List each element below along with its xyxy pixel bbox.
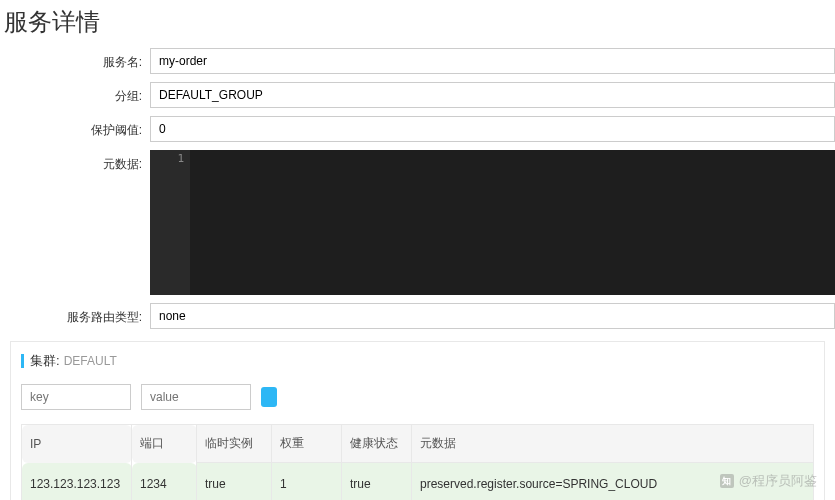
add-kv-button[interactable] — [261, 387, 277, 407]
cluster-title: 集群: — [30, 352, 60, 370]
metadata-editor[interactable]: 1 — [150, 150, 835, 295]
watermark: 知 @程序员阿鉴 — [720, 472, 817, 490]
watermark-text: @程序员阿鉴 — [739, 472, 817, 490]
route-type-label: 服务路由类型: — [0, 303, 150, 326]
metadata-label: 元数据: — [0, 150, 150, 173]
cell-ephemeral: true — [197, 463, 272, 501]
col-port: 端口 — [132, 425, 197, 463]
cluster-value-input[interactable] — [141, 384, 251, 410]
instance-table: IP 端口 临时实例 权重 健康状态 元数据 123.123.123.123 1… — [21, 424, 814, 500]
cell-health: true — [342, 463, 412, 501]
threshold-label: 保护阈值: — [0, 116, 150, 139]
col-ip: IP — [22, 425, 132, 463]
cell-ip: 123.123.123.123 — [22, 463, 132, 501]
table-row: 123.123.123.123 1234 true 1 true preserv… — [22, 463, 814, 501]
group-label: 分组: — [0, 82, 150, 105]
page-title: 服务详情 — [0, 0, 835, 48]
service-name-input[interactable] — [150, 48, 835, 74]
col-metadata: 元数据 — [412, 425, 814, 463]
service-name-label: 服务名: — [0, 48, 150, 71]
cluster-name: DEFAULT — [64, 354, 117, 368]
group-input[interactable] — [150, 82, 835, 108]
threshold-input[interactable] — [150, 116, 835, 142]
cell-weight: 1 — [272, 463, 342, 501]
editor-line-number: 1 — [150, 150, 190, 295]
col-health: 健康状态 — [342, 425, 412, 463]
cell-port: 1234 — [132, 463, 197, 501]
route-type-input[interactable] — [150, 303, 835, 329]
cluster-key-input[interactable] — [21, 384, 131, 410]
cluster-accent-bar — [21, 354, 24, 368]
zhihu-icon: 知 — [720, 474, 734, 488]
col-ephemeral: 临时实例 — [197, 425, 272, 463]
col-weight: 权重 — [272, 425, 342, 463]
cluster-panel: 集群: DEFAULT IP 端口 临时实例 权重 健康状态 元数据 123.1… — [10, 341, 825, 500]
